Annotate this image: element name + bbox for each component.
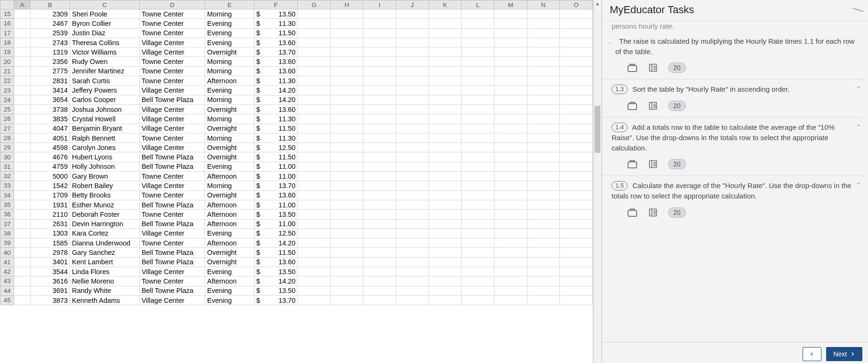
row-header[interactable]: 42 (0, 267, 14, 276)
cell-B[interactable]: 3401 (31, 257, 70, 267)
cell-H[interactable] (330, 210, 363, 219)
cell-A[interactable] (14, 248, 31, 257)
cell-O[interactable] (560, 66, 593, 76)
table-row[interactable]: 182743Theresa CollinsVillage CenterEveni… (0, 38, 593, 47)
cell-L[interactable] (462, 181, 494, 190)
table-row[interactable]: 222831Sarah CurtisTowne CenterAfternoon$… (0, 76, 593, 86)
cell-K[interactable] (429, 162, 462, 171)
cell-O[interactable] (560, 200, 593, 209)
column-header-D[interactable]: D (139, 0, 205, 9)
cell-C[interactable]: Esther Munoz (70, 200, 139, 209)
cell-C[interactable]: Sheri Poole (70, 9, 139, 19)
cell-E[interactable]: Afternoon (205, 238, 254, 248)
cell-J[interactable] (396, 28, 429, 38)
cell-I[interactable] (363, 9, 396, 19)
cell-B[interactable]: 3544 (31, 267, 70, 276)
cell-N[interactable] (527, 172, 560, 181)
cell-E[interactable]: Evening (205, 267, 254, 276)
cell-D[interactable]: Village Center (139, 38, 205, 47)
cell-A[interactable] (14, 124, 31, 133)
cell-L[interactable] (462, 114, 494, 124)
cell-O[interactable] (560, 181, 593, 190)
cell-G[interactable] (298, 229, 331, 238)
cell-K[interactable] (429, 152, 462, 162)
cell-K[interactable] (429, 133, 462, 142)
row-header[interactable]: 27 (0, 124, 14, 133)
cell-J[interactable] (396, 248, 429, 257)
cell-A[interactable] (14, 114, 31, 124)
cell-C[interactable]: Kent Lambert (70, 257, 139, 267)
cell-N[interactable] (527, 257, 560, 267)
cell-G[interactable] (298, 86, 331, 95)
cell-E[interactable]: Morning (205, 57, 254, 66)
cell-G[interactable] (298, 257, 331, 267)
cell-B[interactable]: 3414 (31, 86, 70, 95)
cell-H[interactable] (330, 200, 363, 209)
cell-F[interactable]: $13.60 (254, 57, 297, 66)
cell-O[interactable] (560, 257, 593, 267)
cell-M[interactable] (494, 267, 527, 276)
cell-N[interactable] (527, 267, 560, 276)
cell-N[interactable] (527, 162, 560, 171)
cell-D[interactable]: Village Center (139, 86, 205, 95)
cell-H[interactable] (330, 152, 363, 162)
cell-N[interactable] (527, 19, 560, 28)
cell-L[interactable] (462, 133, 494, 142)
cell-E[interactable]: Overnight (205, 47, 254, 57)
cell-N[interactable] (527, 38, 560, 47)
table-row[interactable]: 162467Byron CollierTowne CenterEvening$1… (0, 19, 593, 28)
cell-D[interactable]: Bell Towne Plaza (139, 248, 205, 257)
row-header[interactable]: 18 (0, 38, 14, 47)
cell-N[interactable] (527, 114, 560, 124)
cell-M[interactable] (494, 257, 527, 267)
cell-H[interactable] (330, 133, 363, 142)
column-header-B[interactable]: B (31, 0, 70, 9)
cell-N[interactable] (527, 210, 560, 219)
column-header-H[interactable]: H (330, 0, 363, 9)
column-header-row[interactable]: ABCDEFGHIJKLMNO (0, 0, 593, 9)
cell-F[interactable]: $14.20 (254, 276, 297, 286)
panel-menu-icon[interactable]: ╲ (852, 4, 863, 15)
cell-B[interactable]: 2539 (31, 28, 70, 38)
cell-B[interactable]: 1542 (31, 181, 70, 190)
cell-G[interactable] (298, 66, 331, 76)
cell-C[interactable]: Holly Johnson (70, 162, 139, 171)
table-row[interactable]: 233414Jeffery PowersVillage CenterEvenin… (0, 86, 593, 95)
cell-L[interactable] (462, 267, 494, 276)
cell-B[interactable]: 1709 (31, 190, 70, 200)
row-header[interactable]: 35 (0, 200, 14, 209)
cell-K[interactable] (429, 210, 462, 219)
cell-D[interactable]: Towne Center (139, 9, 205, 19)
cell-M[interactable] (494, 66, 527, 76)
cell-C[interactable]: Rudy Owen (70, 57, 139, 66)
cell-H[interactable] (330, 66, 363, 76)
cell-L[interactable] (462, 276, 494, 286)
cell-L[interactable] (462, 76, 494, 86)
cell-B[interactable]: 4598 (31, 143, 70, 152)
cell-N[interactable] (527, 28, 560, 38)
scroll-up-arrow[interactable]: ▲ (594, 0, 601, 8)
cell-C[interactable]: Carlos Cooper (70, 95, 139, 104)
table-row[interactable]: 202356Rudy OwenTowne CenterMorning$13.60 (0, 57, 593, 66)
column-header-C[interactable]: C (70, 0, 139, 9)
cell-J[interactable] (396, 210, 429, 219)
cell-E[interactable]: Afternoon (205, 200, 254, 209)
row-header[interactable]: 16 (0, 19, 14, 28)
cell-O[interactable] (560, 162, 593, 171)
cell-K[interactable] (429, 219, 462, 229)
cell-B[interactable]: 2309 (31, 9, 70, 19)
video-icon[interactable] (627, 62, 638, 73)
cell-C[interactable]: Betty Brooks (70, 190, 139, 200)
cell-J[interactable] (396, 162, 429, 171)
cell-J[interactable] (396, 295, 429, 305)
cell-G[interactable] (298, 38, 331, 47)
cell-O[interactable] (560, 229, 593, 238)
cell-B[interactable]: 3691 (31, 286, 70, 295)
cell-C[interactable]: Robert Bailey (70, 181, 139, 190)
cell-M[interactable] (494, 229, 527, 238)
cell-E[interactable]: Evening (205, 38, 254, 47)
video-icon[interactable] (627, 100, 638, 111)
cell-M[interactable] (494, 172, 527, 181)
cell-J[interactable] (396, 276, 429, 286)
cell-N[interactable] (527, 152, 560, 162)
